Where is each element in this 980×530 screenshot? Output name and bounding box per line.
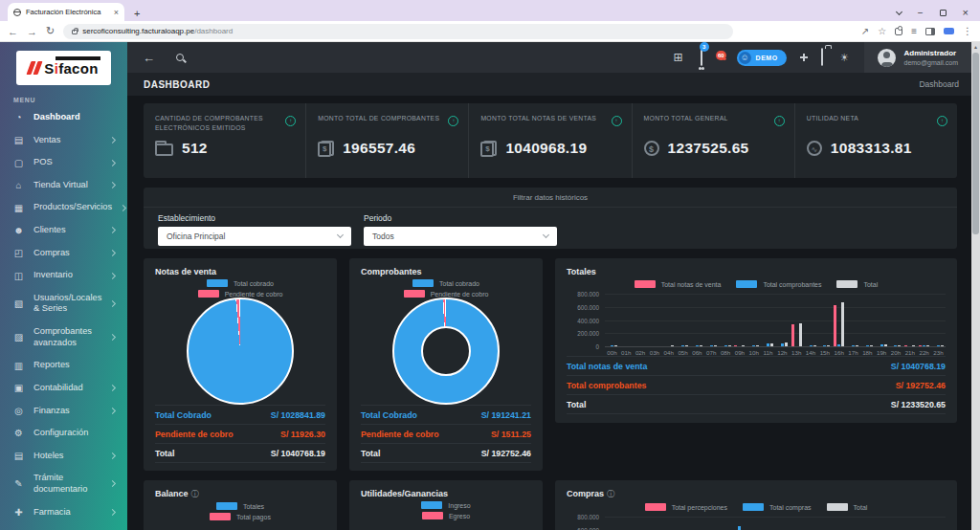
bar-blue[interactable] — [767, 343, 769, 346]
browser-tab[interactable]: Facturación Electrónica × — [8, 3, 124, 21]
sidebar-item-ventas[interactable]: ▤Ventas — [0, 129, 127, 152]
trend-up-icon[interactable]: ↑ — [937, 116, 947, 126]
bar-blue[interactable] — [880, 344, 883, 346]
bookmark-star-icon[interactable]: ☆ — [878, 26, 886, 36]
bar-pink[interactable] — [834, 305, 836, 346]
bar-pink[interactable] — [919, 345, 922, 346]
sidebar-item-tramite-documentario[interactable]: ✎Trámite documentario — [0, 467, 127, 500]
demo-badge[interactable]: ☺ DEMO — [737, 50, 787, 66]
tab-close-icon[interactable]: × — [114, 8, 119, 17]
trend-up-icon[interactable]: ↑ — [448, 116, 458, 126]
scrollbar-thumb[interactable] — [972, 53, 979, 234]
legend-item[interactable]: Total notas de venta — [635, 280, 722, 288]
bar-blue[interactable] — [823, 345, 826, 346]
sidebar-item-compras[interactable]: ◰Compras — [0, 242, 127, 265]
side-panel-icon[interactable] — [925, 28, 935, 35]
bar-blue[interactable] — [852, 345, 855, 346]
legend-item[interactable]: Total — [827, 503, 868, 511]
period-select[interactable]: Todos — [364, 227, 557, 246]
minimize-icon[interactable]: − — [918, 8, 924, 18]
share-icon[interactable]: ↗ — [861, 26, 869, 36]
bar-gray[interactable] — [926, 345, 929, 346]
bar-blue[interactable] — [752, 345, 755, 346]
bar-gray[interactable] — [756, 345, 759, 346]
legend-item[interactable]: Pendiente de cobro — [404, 290, 489, 298]
browser-profile-icon[interactable] — [944, 28, 954, 34]
bar-blue[interactable] — [611, 345, 613, 346]
sidebar-item-farmacia[interactable]: ✚Farmacia — [0, 501, 127, 524]
bar-blue[interactable] — [710, 345, 713, 346]
sidebar-item-finanzas[interactable]: ◎Finanzas — [0, 400, 127, 423]
bar-gray[interactable] — [827, 345, 830, 346]
bar-blue[interactable] — [724, 345, 727, 346]
legend-item[interactable]: Egreso — [422, 512, 470, 519]
address-bar[interactable]: sercoficonsulting.facturaloaqp.pe/dashbo… — [63, 24, 733, 39]
sidebar-item-usuarios-locales-series[interactable]: ▧Usuarios/Locales & Series — [0, 287, 127, 320]
bar-blue[interactable] — [937, 345, 940, 346]
app-logo[interactable]: Sifacon — [16, 51, 111, 85]
page-scrollbar[interactable]: ▲ — [971, 42, 980, 530]
bar-blue[interactable] — [738, 526, 741, 530]
compras-bar-chart[interactable]: 800.000600.000400.000200.000000h01h02h03… — [567, 517, 946, 530]
bar-gray[interactable] — [813, 345, 816, 346]
sidebar-item-inventario[interactable]: ◫Inventario — [0, 264, 127, 287]
bar-gray[interactable] — [685, 345, 688, 346]
bar-blue[interactable] — [894, 345, 897, 346]
browser-menu-icon[interactable]: ⋮ — [963, 26, 972, 36]
extensions-icon[interactable] — [895, 28, 902, 35]
bar-gray[interactable] — [870, 345, 873, 346]
bar-gray[interactable] — [742, 345, 745, 346]
bar-gray[interactable] — [884, 344, 887, 346]
maximize-icon[interactable] — [940, 10, 947, 16]
legend-item[interactable]: Ingreso — [421, 501, 470, 509]
bar-gray[interactable] — [714, 345, 717, 346]
bar-blue[interactable] — [923, 345, 925, 346]
info-icon[interactable]: ⓘ — [191, 490, 199, 498]
legend-item[interactable]: Total — [836, 280, 878, 288]
notas-pie-chart[interactable] — [187, 298, 294, 405]
bar-gray[interactable] — [671, 345, 674, 346]
legend-item[interactable]: Total percepciones — [645, 503, 727, 511]
bar-gray[interactable] — [841, 302, 844, 346]
collapse-sidebar-icon[interactable]: ← — [143, 51, 155, 65]
sidebar-item-clientes[interactable]: ☻Clientes — [0, 219, 127, 242]
bar-blue[interactable] — [810, 345, 813, 346]
bar-gray[interactable] — [728, 345, 731, 346]
legend-item[interactable]: Totales — [216, 502, 264, 510]
tab-search-icon[interactable] — [896, 8, 902, 14]
sidebar-item-configuracion[interactable]: ⚙Configuración — [0, 422, 127, 445]
sidebar-item-pos[interactable]: ▢POS — [0, 151, 127, 174]
bar-gray[interactable] — [941, 345, 944, 346]
sidebar-item-hoteles[interactable]: ▤Hoteles — [0, 445, 127, 468]
briefcase-icon[interactable] — [821, 49, 823, 66]
bar-gray[interactable] — [700, 345, 702, 346]
scroll-up-icon[interactable]: ▲ — [971, 42, 980, 52]
sidebar-item-productos-servicios[interactable]: ▦Productos/Servicios — [0, 196, 127, 219]
bar-blue[interactable] — [781, 343, 784, 346]
sidebar-item-dashboard[interactable]: ◔Dashboard — [0, 106, 127, 129]
apps-grid-icon[interactable]: ⊞ — [674, 51, 683, 64]
search-icon[interactable] — [176, 54, 184, 61]
cart-icon[interactable]: 3 — [701, 49, 702, 66]
totales-bar-chart[interactable]: 800.000600.000400.000200.000000h01h02h03… — [567, 294, 946, 356]
close-window-icon[interactable]: × — [963, 7, 969, 18]
sidebar-item-contabilidad[interactable]: ▣Contabilidad — [0, 377, 127, 400]
legend-item[interactable]: Total comprobantes — [736, 280, 821, 288]
bar-blue[interactable] — [681, 345, 684, 346]
bar-blue[interactable] — [866, 345, 869, 346]
browser-reload-icon[interactable]: ↻ — [46, 25, 55, 37]
legend-item[interactable]: Total pagos — [210, 513, 271, 520]
bar-gray[interactable] — [898, 345, 901, 346]
bar-blue[interactable] — [696, 345, 699, 346]
new-tab-button[interactable]: + — [134, 8, 140, 21]
legend-item[interactable]: Pendiente de cobro — [198, 290, 283, 298]
trend-up-icon[interactable]: ↑ — [612, 116, 622, 126]
bar-gray[interactable] — [785, 342, 788, 346]
trend-up-icon[interactable]: ↑ — [285, 116, 296, 126]
bar-pink[interactable] — [904, 345, 907, 346]
lock-icon[interactable] — [72, 30, 78, 34]
sidebar-item-comprobantes-avanzados[interactable]: ▨Comprobantes avanzados — [0, 320, 127, 354]
browser-back-icon[interactable]: ← — [8, 26, 18, 37]
bar-blue[interactable] — [837, 344, 840, 346]
theme-brightness-icon[interactable]: ☀ — [840, 52, 850, 64]
